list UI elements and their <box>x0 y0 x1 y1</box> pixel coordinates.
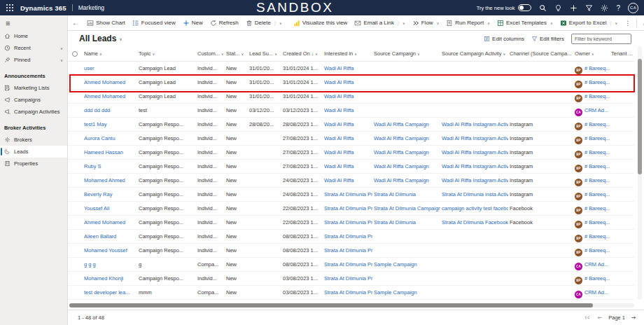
refresh-button[interactable]: Refresh <box>206 15 242 30</box>
more-commands-icon[interactable]: ⋮ <box>621 20 634 27</box>
cell-interested_in[interactable]: Wadi Al Riffa <box>324 118 372 132</box>
horizontal-scrollbar[interactable] <box>69 303 634 307</box>
cell-source_campaign[interactable]: Strata At Dilmunia <box>374 216 440 230</box>
sidebar-item-brokers[interactable]: Brokers <box>0 134 67 146</box>
cell-name[interactable]: Hameed Hassan <box>84 146 137 160</box>
chevron-down-icon[interactable]: ∨ <box>437 21 440 25</box>
cell-source_campaign_activity[interactable]: Wadi Al Riffa Instagram Activit <box>442 174 508 188</box>
cell-source_campaign[interactable]: Sample Campaign <box>374 258 440 272</box>
cell-owner[interactable]: BP# Bareeq... <box>575 202 610 216</box>
chevron-down-icon[interactable]: ∨ <box>487 21 490 25</box>
vertical-scrollbar-thumb[interactable] <box>638 59 642 174</box>
filter-by-keyword-input[interactable] <box>571 34 631 44</box>
owner-name-link[interactable]: # Bareeq... <box>584 93 610 99</box>
owner-name-link[interactable]: CRM Ad... <box>584 261 608 268</box>
user-avatar[interactable]: CA <box>628 3 638 13</box>
chevron-down-icon[interactable]: ∨ <box>279 21 282 25</box>
cell-interested_in[interactable]: Strata At Dilmunia Pro <box>324 216 372 230</box>
chevron-down-icon[interactable]: ∨ <box>274 52 277 56</box>
cell-name[interactable]: Ahmed Mohamed <box>84 76 137 90</box>
cell-name[interactable]: ddd dd ddd <box>84 104 137 118</box>
owner-name-link[interactable]: # Bareeq... <box>584 65 610 71</box>
cell-source_campaign[interactable]: Strata At Dilmunia Campaign t <box>374 202 440 216</box>
sidebar-item-recent[interactable]: Recent ∨ <box>0 42 67 54</box>
table-row[interactable]: g g ggCompa...New08/08/2023 1...Strata A… <box>68 258 634 272</box>
sidebar-item-properties[interactable]: Properties <box>0 158 67 170</box>
cell-owner[interactable]: BP# Bareeq... <box>575 160 610 174</box>
table-row[interactable]: Youssef AliCampaign Respo...Individ...Ne… <box>68 202 634 216</box>
cell-name[interactable]: Youssef Ali <box>84 202 137 216</box>
export-excel-button[interactable]: Export to Excel | ∨ <box>556 15 622 30</box>
owner-name-link[interactable]: CRM Ad... <box>584 107 608 113</box>
cell-interested_in[interactable]: Strata At Dilmunia Pro <box>324 286 372 300</box>
app-title[interactable]: Dynamics 365 <box>20 4 66 12</box>
cell-name[interactable]: test developer lea... <box>84 286 137 300</box>
owner-name-link[interactable]: CRM Ad... <box>584 289 608 296</box>
app-area-label[interactable]: Marketing <box>78 4 104 11</box>
column-header-name[interactable]: Name∨ <box>84 46 137 62</box>
try-new-look-toggle[interactable]: Try the new look <box>477 4 532 11</box>
cell-name[interactable]: Aurora Cantu <box>84 132 137 146</box>
share-button[interactable]: Share ∨ <box>639 20 644 27</box>
sidebar-item-pinned[interactable]: Pinned ∨ <box>0 54 67 66</box>
table-row[interactable]: Ahmed MohamedCampaign LeadIndivid...New3… <box>68 90 634 104</box>
table-row[interactable]: Ruby SCampaign Respo...Individ...New27/0… <box>68 160 634 174</box>
owner-name-link[interactable]: # Bareeq... <box>584 233 610 240</box>
cell-source_campaign_activity[interactable]: Wadi Al Riffa Instagram Activit <box>442 146 508 160</box>
cell-source_campaign[interactable]: Wadi Al Riffa Campaign <box>374 160 440 174</box>
view-selector[interactable]: All Leads <box>79 34 116 43</box>
cell-interested_in[interactable]: Wadi Al Riffa <box>324 62 372 76</box>
table-row[interactable]: Mohamed KhonjiCampaign Respo...Individ..… <box>68 272 634 286</box>
cell-owner[interactable]: BP# Bareeq... <box>575 272 610 286</box>
sidebar-item-campaign-activities[interactable]: Campaign Activities <box>0 106 67 118</box>
table-row[interactable]: test developer lea...mmmCompa...New03/08… <box>68 286 634 300</box>
table-row[interactable]: ddd dd dddtestIndivid...New03/12/20...03… <box>68 104 634 118</box>
cell-owner[interactable]: CACRM Ad... <box>575 258 610 272</box>
sidebar-item-marketing-lists[interactable]: Marketing Lists <box>0 82 67 94</box>
new-button[interactable]: New <box>179 15 206 30</box>
filter-icon[interactable] <box>585 4 593 12</box>
table-row[interactable]: Beverly RayCampaign Respo...Individ...Ne… <box>68 188 634 202</box>
chevron-down-icon[interactable]: ∨ <box>417 52 420 56</box>
sidebar-item-leads[interactable]: Leads <box>0 146 67 158</box>
cell-name[interactable]: Mohamed Khonji <box>84 272 137 286</box>
column-header-interested_in[interactable]: Interested in∨ <box>324 46 372 62</box>
sidebar-item-home[interactable]: Home <box>0 30 67 42</box>
table-row-highlighted[interactable]: Ahmed MohamedCampaign LeadIndivid...New3… <box>68 76 634 90</box>
focused-view-button[interactable]: Focused view <box>129 15 179 30</box>
cell-owner[interactable]: BP# Bareeq... <box>575 146 610 160</box>
next-page-icon[interactable] <box>631 314 637 321</box>
chevron-down-icon[interactable]: ∨ <box>99 52 102 56</box>
cell-owner[interactable]: BP# Bareeq... <box>575 132 610 146</box>
column-header-customer[interactable]: Custom...∨ <box>197 46 225 62</box>
cell-owner[interactable]: BP# Bareeq... <box>575 174 610 188</box>
cell-owner[interactable]: BP# Bareeq... <box>575 90 610 104</box>
table-row[interactable]: Mohamed YoussefCampaign Respo...Individ.… <box>68 244 634 258</box>
cell-source_campaign_activity[interactable]: campaign activity test faceboc <box>442 202 508 216</box>
column-header-source_campaign[interactable]: Source Campaign∨ <box>374 46 440 62</box>
table-row[interactable]: Mohamed AhmedCampaign Respo...Individ...… <box>68 174 634 188</box>
cell-name[interactable]: user <box>84 62 137 76</box>
select-all-checkbox[interactable] <box>72 51 78 57</box>
cell-interested_in[interactable]: Wadi Al Riffa <box>324 132 372 146</box>
excel-templates-button[interactable]: Excel Templates ∨ <box>493 15 556 30</box>
chevron-down-icon[interactable]: ∨ <box>153 52 155 56</box>
cell-interested_in[interactable]: Strata At Dilmunia Pro <box>324 244 372 258</box>
plus-icon[interactable] <box>570 4 578 12</box>
cell-name[interactable]: Mohamed Youssef <box>84 244 137 258</box>
horizontal-scrollbar-thumb[interactable] <box>69 303 593 307</box>
chevron-down-icon[interactable]: ∨ <box>615 21 618 25</box>
cell-name[interactable]: g g g <box>84 258 137 272</box>
cell-owner[interactable]: BP# Bareeq... <box>575 76 610 90</box>
chevron-down-icon[interactable]: ∨ <box>315 52 318 56</box>
cell-owner[interactable]: BP# Bareeq... <box>575 62 610 76</box>
cell-owner[interactable]: BP# Bareeq... <box>575 244 610 258</box>
cell-name[interactable]: Beverly Ray <box>84 188 137 202</box>
help-icon[interactable]: ? <box>616 4 620 12</box>
email-link-button[interactable]: Email a Link | ∨ <box>351 15 408 30</box>
cell-source_campaign[interactable]: Wadi Al Riffa Campaign <box>374 132 440 146</box>
cell-owner[interactable]: CACRM Ad... <box>575 286 610 300</box>
owner-name-link[interactable]: # Bareeq... <box>584 121 610 127</box>
first-page-icon[interactable] <box>584 314 591 321</box>
chevron-down-icon[interactable]: ∨ <box>550 21 553 25</box>
